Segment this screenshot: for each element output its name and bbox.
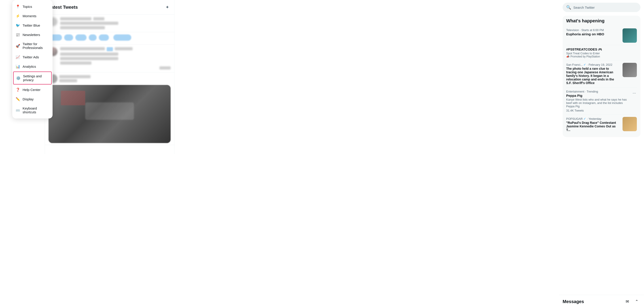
menu-item-moments-label: Moments [22, 14, 36, 18]
tweet-time-blur [115, 47, 132, 50]
blue-pill-2 [64, 34, 73, 41]
main-feed: Latest Tweets ✦ [45, 0, 174, 154]
twitter-blue-icon: 🐦 [16, 23, 20, 27]
feed-header: Latest Tweets ✦ [45, 0, 174, 14]
twitter-ads-icon: 📈 [16, 55, 20, 59]
tweet-card-2 [45, 32, 174, 44]
settings-icon: ⚙️ [16, 76, 20, 80]
sparkle-button[interactable]: ✦ [164, 3, 170, 11]
tweet-line-3b [60, 57, 118, 60]
big-image-tweet [45, 72, 174, 145]
menu-item-newsletters-label: Newsletters [22, 33, 40, 37]
big-image [48, 85, 170, 143]
menu-item-help[interactable]: ❓ Help Center [12, 85, 52, 94]
feed-title: Latest Tweets [48, 5, 78, 10]
topics-icon: 📍 [16, 4, 20, 8]
menu-item-analytics-label: Analytics [22, 65, 36, 68]
menu-item-keyboard[interactable]: ⌨️ Keyboard shortcuts [12, 104, 52, 117]
help-icon: ❓ [16, 88, 20, 92]
big-tweet-name [59, 75, 90, 78]
keyboard-icon: ⌨️ [16, 108, 20, 112]
tweet-name-blur-3 [60, 47, 105, 50]
menu-item-newsletters[interactable]: 📰 Newsletters [12, 30, 52, 39]
big-tweet-handle [59, 79, 77, 82]
menu-item-twitter-ads[interactable]: 📈 Twitter Ads [12, 52, 52, 62]
menu-item-help-label: Help Center [22, 88, 40, 92]
newsletters-icon: 📰 [16, 33, 20, 37]
menu-item-keyboard-label: Keyboard shortcuts [22, 106, 49, 114]
analytics-icon: 📊 [16, 64, 20, 68]
menu-item-professionals-label: Twitter for Professionals [22, 42, 49, 50]
tweet-card-1 [45, 14, 174, 32]
menu-item-moments[interactable]: ⚡ Moments [12, 11, 52, 20]
tweet-line-3c [60, 61, 92, 65]
menu-item-settings[interactable]: ⚙️ Settings and privacy [13, 71, 52, 84]
blue-badge [107, 47, 113, 51]
menu-item-twitter-ads-label: Twitter Ads [22, 55, 39, 59]
blue-pill-3 [75, 34, 86, 41]
professionals-icon: 🚀 [16, 44, 20, 48]
menu-item-professionals[interactable]: 🚀 Twitter for Professionals [12, 39, 52, 52]
tweet-line-3a [60, 52, 118, 56]
menu-item-twitter-blue[interactable]: 🐦 Twitter Blue [12, 20, 52, 30]
moments-icon: ⚡ [16, 14, 20, 18]
tweet-line-2 [60, 26, 105, 29]
retweet-count [160, 66, 170, 69]
dropdown-menu: 📍 Topics ⚡ Moments 🐦 Twitter Blue 📰 News… [12, 0, 52, 118]
blue-pill-6 [113, 34, 131, 41]
menu-item-twitter-blue-label: Twitter Blue [22, 23, 40, 27]
tweet-card-3 [45, 44, 174, 72]
menu-item-display-label: Display [22, 97, 34, 101]
menu-item-topics[interactable]: 📍 Topics [12, 2, 52, 11]
menu-item-display[interactable]: ✏️ Display [12, 94, 52, 104]
tweet-content-1 [60, 17, 170, 29]
menu-item-analytics[interactable]: 📊 Analytics [12, 62, 52, 71]
tweet-handle-blur [93, 17, 104, 20]
tweet-content-3 [60, 47, 170, 69]
menu-item-settings-label: Settings and privacy [23, 74, 48, 82]
display-icon: ✏️ [16, 97, 20, 101]
tweet-line-1 [60, 22, 118, 25]
blue-pill-5 [99, 34, 109, 41]
tweet-name-blur [60, 17, 92, 20]
blue-pill-4 [89, 34, 96, 41]
menu-item-topics-label: Topics [22, 5, 32, 8]
